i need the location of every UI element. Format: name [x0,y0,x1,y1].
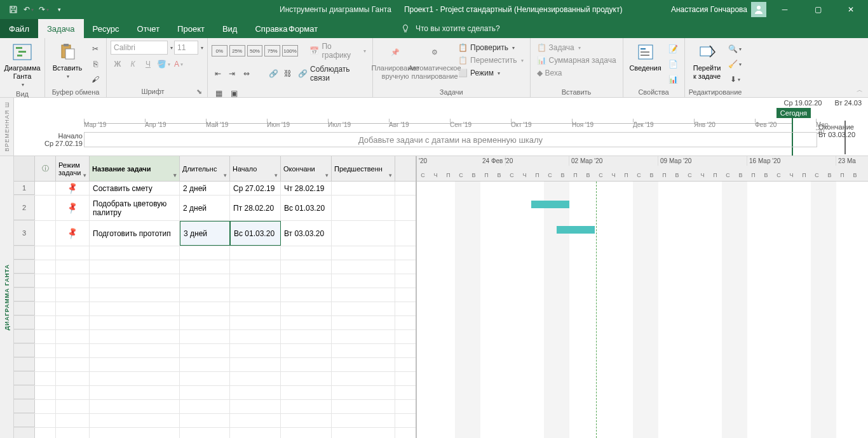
redo-icon[interactable]: ↷▾ [37,3,51,17]
table-row-empty[interactable] [14,372,416,386]
paste-button[interactable]: Вставить▾ [49,41,86,81]
table-row-empty[interactable] [14,288,416,302]
pct-25-button[interactable]: 25% [229,45,245,56]
cell-end[interactable]: Чт 28.02.19 [281,182,332,195]
table-row-empty[interactable] [14,428,416,438]
cell-duration[interactable]: 2 дней [180,182,230,195]
cell-start[interactable]: Пт 28.02.20 [230,196,281,220]
col-duration[interactable]: Длительнс▾ [180,156,230,181]
cell-pred[interactable] [332,182,395,195]
tab-file[interactable]: Файл [0,19,38,38]
table-row-empty[interactable] [14,274,416,288]
minimize-button[interactable]: ─ [770,0,799,19]
timeline-add-icon[interactable]: 📊 [667,72,681,86]
table-row-empty[interactable] [14,260,416,274]
dialog-launcher-icon[interactable]: ⬊ [195,88,203,96]
cell-start[interactable]: Ср 27.02.19 [230,182,281,195]
gantt-bar[interactable] [557,226,595,234]
clear-icon[interactable]: 🧹▾ [728,57,742,71]
scroll-to-task-button[interactable]: Перейти к задаче [689,41,726,81]
mode-button[interactable]: ⬜Режим▾ [456,67,526,79]
pct-75-button[interactable]: 75% [264,45,280,56]
tab-project[interactable]: Проект [168,19,214,38]
gantt-chart-button[interactable]: Диаграмма Ганта▾ [4,41,41,89]
cell-mode[interactable]: 📌 [56,196,90,220]
table-row-empty[interactable] [14,414,416,428]
pct-0-button[interactable]: 0% [212,45,227,56]
notes-icon[interactable]: 📝 [667,42,681,56]
col-rownum[interactable] [14,156,35,181]
col-end[interactable]: Окончани▾ [281,156,332,181]
cell-name[interactable]: Подобрать цветовую палитру [90,196,180,220]
cell-duration[interactable]: 3 дней [180,221,230,246]
cell-name[interactable]: Подготовить прототип [90,221,180,246]
timeline-body[interactable]: Ср 19.02.20 Вт 24.03 Сегодня Начало Ср 2… [14,98,868,156]
cell-end[interactable]: Вс 01.03.20 [281,196,332,220]
format-painter-icon[interactable]: 🖌 [88,72,102,86]
cell-end[interactable]: Вт 03.03.20 [281,221,332,246]
col-predecessors[interactable]: Предшественн▾ [332,156,395,181]
pct-50-button[interactable]: 50% [247,45,263,56]
font-size-input[interactable] [174,41,198,55]
split-icon[interactable]: ⇔ [240,67,253,81]
task-info-button[interactable]: Сведения [627,41,664,72]
gantt-bar[interactable] [531,201,569,208]
pct-100-button[interactable]: 100% [282,45,298,56]
details-icon[interactable]: 📄 [667,57,681,71]
tab-view[interactable]: Вид [214,19,247,38]
row-number[interactable]: 1 [14,182,35,195]
cell-name[interactable]: Составить смету [90,182,180,195]
cell-pred[interactable] [332,196,395,220]
font-name-input[interactable] [111,41,168,55]
save-icon[interactable] [6,3,20,17]
col-name[interactable]: Название задачи▾ [90,156,180,181]
col-start[interactable]: Начало▾ [230,156,281,181]
cut-icon[interactable]: ✂ [88,42,102,56]
qat-customize-icon[interactable]: ▾ [52,3,66,17]
table-row[interactable]: 1📌Составить смету2 днейСр 27.02.19Чт 28.… [14,182,416,196]
link-icon[interactable]: 🔗 [267,67,280,81]
indent-icon[interactable]: ⇥ [226,67,238,81]
find-icon[interactable]: 🔍▾ [728,42,742,56]
inspect-button[interactable]: 📋Проверить▾ [456,42,526,53]
tab-format[interactable]: Формат [280,19,327,38]
close-button[interactable]: ✕ [836,0,865,19]
table-row-empty[interactable] [14,358,416,372]
fill-icon[interactable]: ⬇▾ [728,72,742,86]
copy-icon[interactable]: ⎘ [88,57,102,71]
cell-pred[interactable] [332,221,395,246]
chevron-down-icon[interactable]: ▾ [170,45,173,51]
tab-resource[interactable]: Ресурс [84,19,128,38]
table-row[interactable]: 3📌Подготовить прототип3 днейВс 01.03.20В… [14,221,416,246]
timeline-track[interactable]: Добавьте задачи с датами на временную шк… [84,132,817,147]
table-row[interactable]: 2📌Подобрать цветовую палитру2 днейПт 28.… [14,196,416,221]
avatar[interactable] [751,2,766,17]
cell-info[interactable] [35,196,56,220]
unlink-icon[interactable]: ⛓ [281,67,294,81]
chevron-down-icon[interactable]: ▾ [201,45,203,51]
cell-mode[interactable]: 📌 [56,182,90,195]
cell-mode[interactable]: 📌 [56,221,90,246]
undo-icon[interactable]: ↶▾ [22,3,36,17]
maximize-button[interactable]: ▢ [803,0,832,19]
gantt-chart[interactable]: '2024 Фев '2002 Мар '2009 Мар '2016 Мар … [417,156,868,438]
cell-duration[interactable]: 2 дней [180,196,230,220]
ribbon-collapse-icon[interactable]: ︿ [857,86,863,95]
respect-links-button[interactable]: 🔗Соблюдать связи [295,63,369,84]
row-number[interactable]: 2 [14,196,35,220]
cell-info[interactable] [35,182,56,195]
col-info[interactable]: ⓘ [35,156,56,181]
table-row-empty[interactable] [14,302,416,316]
outdent-icon[interactable]: ⇤ [212,67,224,81]
table-row-empty[interactable] [14,330,416,344]
table-row-empty[interactable] [14,386,416,400]
table-row-empty[interactable] [14,316,416,330]
tab-task[interactable]: Задача [38,19,84,38]
table-row-empty[interactable] [14,400,416,414]
table-row-empty[interactable] [14,246,416,260]
col-mode[interactable]: Режим задачи▾ [56,156,90,181]
tell-me-search[interactable]: Что вы хотите сделать? [400,19,500,38]
row-number[interactable]: 3 [14,221,35,246]
tab-report[interactable]: Отчет [128,19,169,38]
table-row-empty[interactable] [14,344,416,358]
